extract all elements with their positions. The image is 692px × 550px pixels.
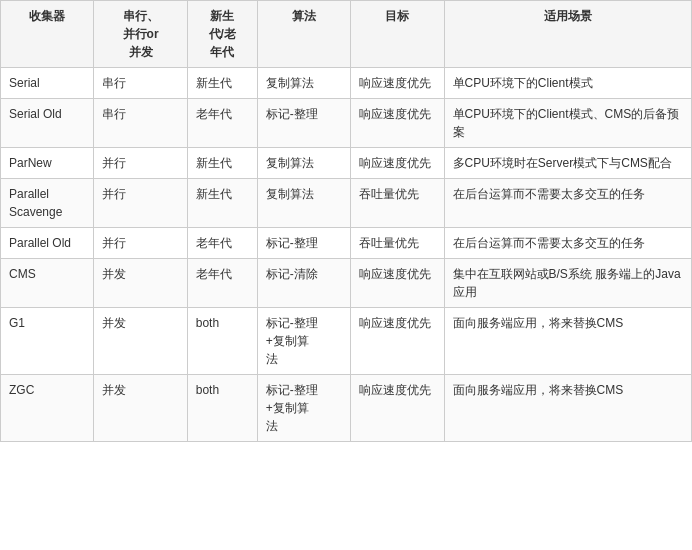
table-row: Parallel Scavenge并行新生代复制算法吞吐量优先在后台运算而不需要… (1, 179, 692, 228)
col-header-scenario: 适用场景 (444, 1, 691, 68)
table-cell: both (187, 375, 257, 442)
table-row: CMS并发老年代标记-清除响应速度优先集中在互联网站或B/S系统 服务端上的Ja… (1, 259, 692, 308)
table-row: Parallel Old并行老年代标记-整理吞吐量优先在后台运算而不需要太多交互… (1, 228, 692, 259)
table-cell: 新生代 (187, 68, 257, 99)
table-row: Serial Old串行老年代标记-整理响应速度优先单CPU环境下的Client… (1, 99, 692, 148)
table-cell: 响应速度优先 (351, 375, 444, 442)
table-cell: 集中在互联网站或B/S系统 服务端上的Java应用 (444, 259, 691, 308)
gc-table: 收集器 串行、 并行or 并发 新生 代/老 年代 算法 目标 适用场景 Ser… (0, 0, 692, 442)
col-header-generation: 新生 代/老 年代 (187, 1, 257, 68)
table-cell: 标记-整理 +复制算 法 (257, 308, 350, 375)
table-cell: 在后台运算而不需要太多交互的任务 (444, 228, 691, 259)
table-cell: 复制算法 (257, 179, 350, 228)
table-cell: 串行 (94, 68, 187, 99)
table-cell: ZGC (1, 375, 94, 442)
table-cell: both (187, 308, 257, 375)
table-cell: 串行 (94, 99, 187, 148)
table-cell: 响应速度优先 (351, 99, 444, 148)
table-row: G1并发both标记-整理 +复制算 法响应速度优先面向服务端应用，将来替换CM… (1, 308, 692, 375)
table-cell: 面向服务端应用，将来替换CMS (444, 308, 691, 375)
table-cell: 并行 (94, 228, 187, 259)
table-cell: 吞吐量优先 (351, 179, 444, 228)
table-row: ZGC并发both标记-整理 +复制算 法响应速度优先面向服务端应用，将来替换C… (1, 375, 692, 442)
table-cell: 面向服务端应用，将来替换CMS (444, 375, 691, 442)
table-cell: 单CPU环境下的Client模式 (444, 68, 691, 99)
table-cell: 吞吐量优先 (351, 228, 444, 259)
table-cell: 并行 (94, 148, 187, 179)
col-header-goal: 目标 (351, 1, 444, 68)
table-cell: 并发 (94, 375, 187, 442)
table-cell: 并发 (94, 259, 187, 308)
table-cell: 单CPU环境下的Client模式、CMS的后备预案 (444, 99, 691, 148)
table-cell: 响应速度优先 (351, 68, 444, 99)
table-cell: 响应速度优先 (351, 308, 444, 375)
table-cell: 复制算法 (257, 148, 350, 179)
table-cell: Parallel Scavenge (1, 179, 94, 228)
table-cell: Serial Old (1, 99, 94, 148)
header-row: 收集器 串行、 并行or 并发 新生 代/老 年代 算法 目标 适用场景 (1, 1, 692, 68)
table-cell: 新生代 (187, 148, 257, 179)
table-cell: 并行 (94, 179, 187, 228)
table-cell: 标记-整理 (257, 228, 350, 259)
table-cell: 响应速度优先 (351, 148, 444, 179)
table-cell: Serial (1, 68, 94, 99)
table-cell: 并发 (94, 308, 187, 375)
table-cell: 老年代 (187, 259, 257, 308)
table-cell: 老年代 (187, 99, 257, 148)
table-cell: CMS (1, 259, 94, 308)
table-cell: 响应速度优先 (351, 259, 444, 308)
table-cell: 多CPU环境时在Server模式下与CMS配合 (444, 148, 691, 179)
col-header-algorithm: 算法 (257, 1, 350, 68)
table-cell: 新生代 (187, 179, 257, 228)
table-container: 收集器 串行、 并行or 并发 新生 代/老 年代 算法 目标 适用场景 Ser… (0, 0, 692, 442)
table-cell: 老年代 (187, 228, 257, 259)
table-cell: ParNew (1, 148, 94, 179)
table-row: ParNew并行新生代复制算法响应速度优先多CPU环境时在Server模式下与C… (1, 148, 692, 179)
table-cell: G1 (1, 308, 94, 375)
table-cell: 在后台运算而不需要太多交互的任务 (444, 179, 691, 228)
table-cell: 标记-整理 +复制算 法 (257, 375, 350, 442)
table-cell: 标记-整理 (257, 99, 350, 148)
table-cell: 复制算法 (257, 68, 350, 99)
table-cell: Parallel Old (1, 228, 94, 259)
table-row: Serial串行新生代复制算法响应速度优先单CPU环境下的Client模式 (1, 68, 692, 99)
col-header-mode: 串行、 并行or 并发 (94, 1, 187, 68)
table-cell: 标记-清除 (257, 259, 350, 308)
col-header-collector: 收集器 (1, 1, 94, 68)
